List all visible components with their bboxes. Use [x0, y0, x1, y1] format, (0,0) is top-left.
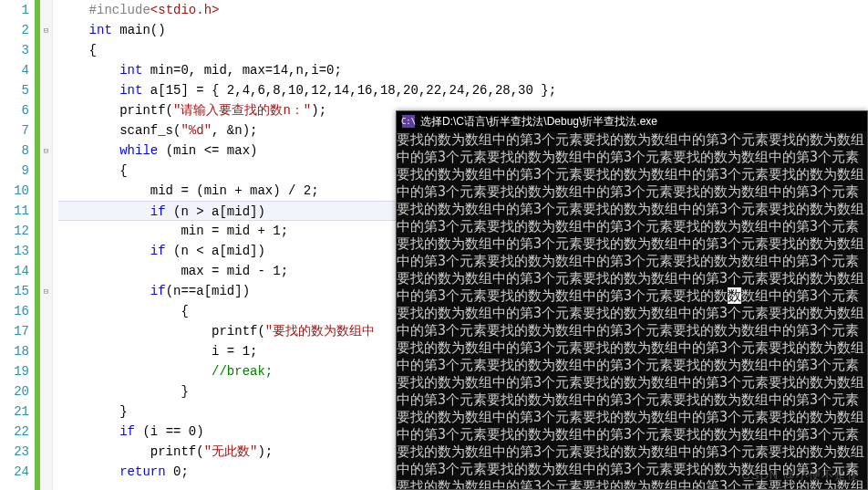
- code-line[interactable]: int a[15] = { 2,4,6,8,10,12,14,16,18,20,…: [58, 80, 868, 100]
- console-selection: 数: [728, 287, 741, 304]
- fold-spacer: [40, 321, 52, 341]
- fold-spacer: [40, 381, 52, 401]
- fold-spacer: [40, 361, 52, 381]
- line-number: 16: [0, 301, 29, 321]
- gutter: 123456789101112131415161718192021222324 …: [0, 0, 53, 490]
- console-icon: C:\: [402, 115, 415, 128]
- fold-spacer: [40, 241, 52, 261]
- console-titlebar[interactable]: C:\ 选择D:\C语言\折半查找法\Debug\折半查找法.exe: [397, 111, 867, 131]
- fold-spacer: [40, 341, 52, 361]
- line-number: 24: [0, 462, 29, 482]
- line-number: 22: [0, 422, 29, 442]
- line-number: 2: [0, 20, 29, 40]
- fold-toggle-icon[interactable]: ⊟: [40, 281, 52, 301]
- line-number: 5: [0, 80, 29, 100]
- code-line[interactable]: {: [58, 40, 868, 60]
- fold-spacer: [40, 161, 52, 181]
- line-number: 6: [0, 100, 29, 120]
- line-number: 14: [0, 261, 29, 281]
- line-number: 7: [0, 120, 29, 141]
- fold-spacer: [40, 422, 52, 442]
- fold-toggle-icon[interactable]: ⊟: [40, 20, 52, 40]
- console-output[interactable]: 要找的数为数组中的第3个元素要找的数为数组中的第3个元素要找的数为数组中的第3个…: [397, 131, 867, 489]
- line-number: 11: [0, 201, 29, 221]
- fold-spacer: [40, 100, 52, 120]
- line-number: 17: [0, 321, 29, 341]
- line-number: 1: [0, 0, 29, 20]
- fold-spacer: [40, 181, 52, 201]
- line-number: 20: [0, 381, 29, 401]
- fold-column[interactable]: ⊟⊟⊟: [40, 0, 53, 490]
- watermark: CSDN @小便不是便: [741, 467, 860, 484]
- code-line[interactable]: int min=0, mid, max=14,n,i=0;: [58, 60, 868, 80]
- fold-spacer: [40, 120, 52, 141]
- line-number: 21: [0, 401, 29, 422]
- line-number: 4: [0, 60, 29, 80]
- fold-spacer: [40, 80, 52, 100]
- fold-spacer: [40, 462, 52, 482]
- line-number: 15: [0, 281, 29, 301]
- line-number: 8: [0, 141, 29, 161]
- line-number: 3: [0, 40, 29, 60]
- fold-spacer: [40, 221, 52, 241]
- line-number: 10: [0, 181, 29, 201]
- fold-spacer: [40, 60, 52, 80]
- fold-spacer: [40, 401, 52, 422]
- line-number: 19: [0, 361, 29, 381]
- fold-spacer: [40, 442, 52, 462]
- console-window[interactable]: C:\ 选择D:\C语言\折半查找法\Debug\折半查找法.exe 要找的数为…: [396, 110, 868, 490]
- console-title: 选择D:\C语言\折半查找法\Debug\折半查找法.exe: [420, 114, 657, 130]
- code-line[interactable]: #include<stdio.h>: [58, 0, 868, 20]
- code-line[interactable]: int main(): [58, 20, 868, 40]
- line-number: 12: [0, 221, 29, 241]
- fold-spacer: [40, 261, 52, 281]
- line-number-column: 123456789101112131415161718192021222324: [0, 0, 35, 490]
- line-number: 13: [0, 241, 29, 261]
- fold-spacer: [40, 301, 52, 321]
- line-number: 9: [0, 161, 29, 181]
- line-number: 18: [0, 341, 29, 361]
- fold-spacer: [40, 201, 52, 221]
- fold-spacer: [40, 40, 52, 60]
- line-number: 23: [0, 442, 29, 462]
- fold-toggle-icon[interactable]: ⊟: [40, 141, 52, 161]
- fold-spacer: [40, 0, 52, 20]
